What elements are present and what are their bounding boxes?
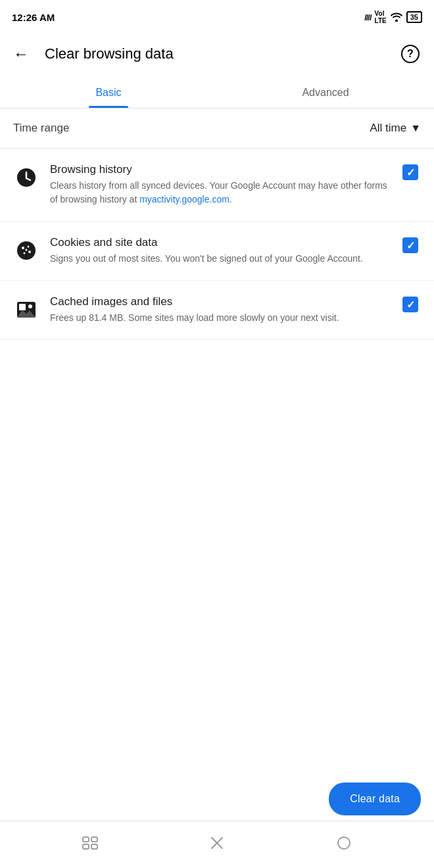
- tab-advanced-label: Advanced: [302, 87, 349, 98]
- cookie-icon: [13, 237, 39, 264]
- svg-point-5: [28, 246, 30, 248]
- browsing-history-desc: Clears history from all synced devices. …: [50, 179, 392, 206]
- nav-close[interactable]: [201, 829, 233, 861]
- browsing-history-title: Browsing history: [50, 163, 392, 176]
- svg-point-7: [24, 253, 26, 254]
- checkbox-checked-icon: [402, 297, 418, 312]
- svg-rect-13: [83, 837, 89, 842]
- list-item: Browsing history Clears history from all…: [0, 149, 434, 222]
- svg-point-4: [22, 247, 24, 249]
- help-button[interactable]: ?: [397, 41, 423, 67]
- cached-desc: Frees up 81.4 MB. Some sites may load mo…: [50, 311, 392, 325]
- back-arrow-icon: ←: [13, 45, 29, 63]
- cached-images-icon: [13, 297, 39, 323]
- back-button[interactable]: ←: [8, 41, 34, 67]
- svg-point-19: [338, 837, 350, 849]
- page-title: Clear browsing data: [45, 45, 174, 62]
- svg-point-12: [28, 304, 32, 308]
- browsing-history-checkbox[interactable]: [402, 164, 421, 183]
- svg-rect-10: [19, 304, 26, 310]
- nav-overview[interactable]: [74, 829, 106, 861]
- list-item: Cookies and site data Signs you out of m…: [0, 222, 434, 281]
- clock-icon: [13, 164, 39, 191]
- clear-button-container: Clear data: [329, 783, 421, 815]
- close-icon: [210, 836, 224, 854]
- status-icons: //// VolLTE 35: [364, 10, 422, 24]
- nav-home[interactable]: [328, 829, 360, 861]
- tabs-container: Basic Advanced: [0, 76, 434, 108]
- time-range-label: Time range: [13, 122, 69, 135]
- cookies-desc: Signs you out of most sites. You won't b…: [50, 252, 392, 266]
- svg-point-6: [28, 251, 31, 253]
- tab-basic-label: Basic: [95, 87, 121, 98]
- cookies-checkbox[interactable]: [402, 237, 421, 256]
- status-time: 12:26 AM: [12, 12, 55, 23]
- cookies-title: Cookies and site data: [50, 236, 392, 249]
- chevron-down-icon: ▼: [410, 122, 421, 134]
- svg-point-8: [26, 249, 28, 251]
- cookies-content: Cookies and site data Signs you out of m…: [50, 236, 392, 266]
- wifi-icon: [390, 11, 403, 24]
- list-item: Cached images and files Frees up 81.4 MB…: [0, 281, 434, 340]
- cached-checkbox[interactable]: [402, 297, 421, 315]
- tab-basic[interactable]: Basic: [0, 76, 217, 108]
- checkbox-checked-icon: [402, 164, 418, 180]
- bottom-nav: [0, 821, 434, 868]
- svg-rect-14: [91, 837, 97, 842]
- cached-content: Cached images and files Frees up 81.4 MB…: [50, 295, 392, 325]
- time-range-row[interactable]: Time range All time ▼: [0, 108, 434, 149]
- svg-rect-15: [83, 844, 89, 849]
- header-left: ← Clear browsing data: [8, 41, 174, 67]
- browsing-history-content: Browsing history Clears history from all…: [50, 163, 392, 206]
- home-icon: [337, 836, 351, 854]
- help-icon-label: ?: [407, 48, 414, 60]
- battery-icon: 35: [406, 11, 422, 23]
- overview-icon: [82, 836, 99, 854]
- app-header: ← Clear browsing data ?: [0, 32, 434, 76]
- help-icon: ?: [401, 45, 420, 63]
- cached-title: Cached images and files: [50, 295, 392, 308]
- status-bar: 12:26 AM //// VolLTE 35: [0, 0, 434, 32]
- myactivity-link[interactable]: myactivity.google.com.: [139, 194, 232, 205]
- data-items-list: Browsing history Clears history from all…: [0, 149, 434, 340]
- tab-advanced[interactable]: Advanced: [217, 76, 434, 108]
- volte-icon: VolLTE: [375, 10, 387, 24]
- time-range-dropdown[interactable]: All time ▼: [370, 122, 421, 135]
- clear-data-button[interactable]: Clear data: [329, 783, 421, 815]
- signal-icon: ////: [364, 12, 371, 22]
- svg-rect-16: [91, 844, 97, 849]
- checkbox-checked-icon: [402, 237, 418, 253]
- time-range-value: All time: [370, 122, 406, 135]
